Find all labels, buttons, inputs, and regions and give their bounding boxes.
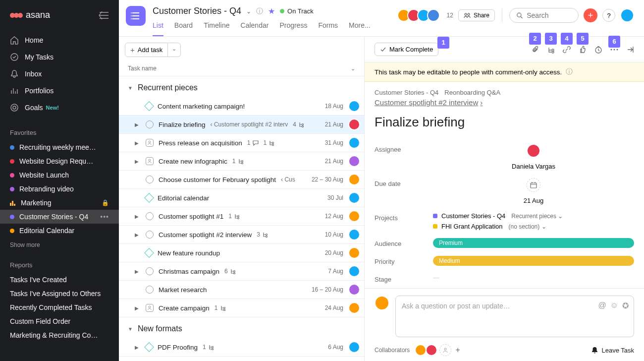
collaborator-avatar[interactable]	[415, 344, 427, 356]
add-task-button[interactable]: +Add task	[125, 43, 168, 57]
task-row[interactable]: ▶Create new infographic1 21 Aug	[119, 152, 364, 171]
attachment-icon[interactable]: 2	[531, 46, 539, 54]
share-button[interactable]: Share	[458, 9, 495, 21]
approval-icon[interactable]	[146, 304, 154, 312]
favorite-item[interactable]: Website Design Requ…	[0, 154, 119, 168]
star-icon[interactable]: ★	[268, 6, 275, 16]
close-pane-icon[interactable]	[626, 46, 634, 54]
complete-checkbox[interactable]	[146, 286, 154, 294]
report-item[interactable]: Tasks I've Assigned to Others	[0, 287, 119, 301]
mark-complete-button[interactable]: Mark Complete	[375, 43, 438, 56]
add-collaborator-plus[interactable]: +	[455, 346, 460, 355]
complete-checkbox[interactable]	[146, 267, 154, 275]
column-menu-icon[interactable]: ⌄	[351, 65, 355, 72]
task-row[interactable]: Editorial calendar30 Jul	[119, 189, 364, 207]
link-icon[interactable]: 4	[563, 46, 571, 54]
nav-my-tasks[interactable]: My Tasks	[0, 49, 119, 65]
milestone-icon[interactable]	[144, 101, 154, 111]
complete-checkbox[interactable]	[146, 120, 154, 128]
add-task-dropdown[interactable]: ⌄	[168, 43, 181, 57]
task-row[interactable]: ▶Create campaign1 24 Aug	[119, 299, 364, 317]
nav-goals[interactable]: GoalsNew!	[0, 99, 119, 116]
priority-tag[interactable]: Medium	[433, 256, 634, 266]
task-row[interactable]: New feature roundup20 Aug	[119, 244, 364, 262]
favorite-item[interactable]: Recruiting weekly mee…	[0, 140, 119, 154]
task-row[interactable]: Market research16 – 20 Aug	[119, 281, 364, 299]
task-row[interactable]: ▶Customer spotlight #11 12 Aug	[119, 207, 364, 226]
complete-checkbox[interactable]	[146, 231, 154, 239]
timer-icon[interactable]	[594, 46, 602, 54]
search-box[interactable]	[509, 8, 579, 23]
nav-home[interactable]: Home	[0, 32, 119, 49]
breadcrumb-item[interactable]: Customer Stories - Q4	[375, 89, 438, 96]
tab-progress[interactable]: Progress	[279, 21, 307, 36]
tab-more[interactable]: More...	[349, 21, 371, 36]
members-avatars[interactable]	[400, 9, 440, 22]
tab-forms[interactable]: Forms	[318, 21, 338, 36]
task-title[interactable]: Finalize briefing	[375, 115, 634, 130]
sidebar-collapse-button[interactable]	[98, 11, 109, 20]
more-icon[interactable]: 6	[610, 49, 618, 51]
stage-value[interactable]: —	[433, 274, 634, 281]
leave-task-button[interactable]: Leave Task	[591, 347, 634, 354]
project-title[interactable]: Customer Stories - Q4	[153, 6, 241, 16]
task-row[interactable]: Content marketing campaign!18 Aug	[119, 97, 364, 116]
task-row[interactable]: ▶Christmas campaign6 7 Aug	[119, 262, 364, 281]
tab-list[interactable]: List	[153, 21, 163, 36]
task-row[interactable]: ▶PDF Proofing1 6 Aug	[119, 338, 364, 357]
nav-portfolios[interactable]: Portfolios	[0, 82, 119, 99]
section-header[interactable]: ▼New formats	[119, 317, 364, 338]
emoji-icon[interactable]: ☺	[610, 301, 618, 310]
global-add-button[interactable]: +	[584, 8, 597, 22]
user-avatar[interactable]	[620, 8, 634, 22]
audience-tag[interactable]: Premium	[433, 238, 634, 248]
complete-checkbox[interactable]	[146, 212, 154, 220]
report-item[interactable]: Recently Completed Tasks	[0, 301, 119, 314]
subtask-icon[interactable]: 3	[547, 46, 555, 54]
approval-icon[interactable]	[146, 139, 154, 147]
status-pill[interactable]: On Track	[280, 7, 314, 15]
nav-inbox[interactable]: Inbox	[0, 65, 119, 82]
task-row[interactable]: ▶Finalize briefing‹ Customer spotlight #…	[119, 116, 364, 134]
complete-checkbox[interactable]	[146, 176, 154, 183]
parent-task-link[interactable]: Customer spotlight #2 interview ›	[375, 98, 634, 107]
tab-timeline[interactable]: Timeline	[204, 21, 229, 36]
task-row[interactable]: ▶Customer spotlight #2 interview3 10 Aug	[119, 226, 364, 244]
tab-calendar[interactable]: Calendar	[241, 21, 269, 36]
favorite-item[interactable]: Website Launch	[0, 168, 119, 182]
comment-box[interactable]: Ask a question or post an update… @ ☺ ✪	[395, 296, 634, 337]
report-item[interactable]: Custom Field Order	[0, 314, 119, 328]
project-item[interactable]: Customer Stories - Q4Recurrent pieces ⌄	[433, 212, 634, 220]
mention-icon[interactable]: @	[598, 301, 606, 310]
task-row[interactable]: ▶Press release on acquisition1 1 31 Aug	[119, 134, 364, 152]
milestone-icon[interactable]	[144, 248, 154, 258]
logo[interactable]: asana	[10, 10, 50, 20]
project-item[interactable]: FHI Grant Application(no section) ⌄	[433, 223, 634, 230]
help-button[interactable]: ?	[602, 9, 615, 22]
approval-icon[interactable]	[146, 157, 154, 165]
section-header[interactable]: ▼Recurrent pieces	[119, 76, 364, 97]
report-item[interactable]: Marketing & Recruiting Co…	[0, 328, 119, 342]
info-icon[interactable]: ⓘ	[256, 7, 263, 16]
collaborator-avatar[interactable]	[426, 344, 437, 356]
breadcrumb-item[interactable]: Reonboarding Q&A	[444, 89, 500, 96]
show-more-link[interactable]: Show more	[0, 238, 119, 252]
chevron-down-icon[interactable]: ⌄	[246, 8, 251, 15]
info-icon[interactable]: ⓘ	[566, 67, 573, 76]
milestone-icon[interactable]	[144, 342, 154, 352]
more-icon[interactable]: •••	[100, 213, 109, 221]
task-row[interactable]: Choose customer for February spotlight‹ …	[119, 171, 364, 189]
due-date-value[interactable]: 21 Aug	[433, 178, 634, 204]
favorite-item[interactable]: Marketing🔒	[0, 196, 119, 210]
milestone-icon[interactable]	[144, 193, 154, 203]
tab-board[interactable]: Board	[174, 21, 193, 36]
search-input[interactable]	[527, 11, 571, 19]
project-icon[interactable]	[126, 6, 146, 26]
favorite-item[interactable]: Rebranding video	[0, 182, 119, 196]
star-icon[interactable]: ✪	[622, 301, 629, 310]
favorite-item[interactable]: Editorial Calendar	[0, 224, 119, 238]
like-icon[interactable]: 5	[579, 46, 587, 54]
report-item[interactable]: Tasks I've Created	[0, 273, 119, 287]
favorite-item[interactable]: Customer Stories - Q4•••	[0, 210, 119, 224]
add-collaborator-icon[interactable]	[439, 344, 451, 356]
